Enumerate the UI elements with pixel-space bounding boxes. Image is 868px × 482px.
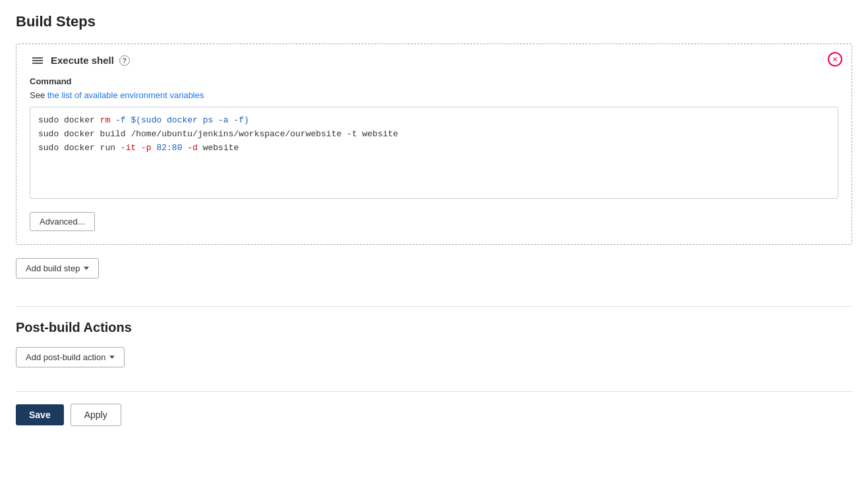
chevron-down-icon bbox=[84, 267, 89, 270]
add-post-build-label: Add post-build action bbox=[26, 352, 105, 362]
action-buttons: Save Apply bbox=[16, 404, 852, 426]
card-header: Execute shell ? bbox=[30, 55, 838, 66]
apply-button[interactable]: Apply bbox=[71, 404, 121, 426]
command-textarea[interactable]: sudo docker rm -f $(sudo docker ps -a -f… bbox=[30, 107, 838, 199]
close-button[interactable]: × bbox=[828, 52, 842, 67]
chevron-down-icon bbox=[109, 356, 115, 359]
save-button[interactable]: Save bbox=[16, 404, 64, 425]
command-label: Command bbox=[30, 76, 838, 86]
close-icon: × bbox=[828, 52, 842, 67]
drag-handle-icon[interactable] bbox=[30, 56, 45, 65]
code-line-1: sudo docker rm -f $(sudo docker ps -a -f… bbox=[38, 114, 830, 128]
bottom-divider bbox=[16, 391, 852, 392]
code-line-3: sudo docker run -it -p 82:80 -d website bbox=[38, 142, 830, 155]
advanced-button[interactable]: Advanced... bbox=[30, 212, 95, 231]
section-divider bbox=[16, 306, 852, 307]
add-build-step-button[interactable]: Add build step bbox=[16, 258, 99, 279]
execute-shell-title: Execute shell bbox=[51, 55, 114, 66]
page-title: Build Steps bbox=[16, 13, 852, 30]
add-post-build-button[interactable]: Add post-build action bbox=[16, 347, 125, 367]
code-line-2: sudo docker build /home/ubuntu/jenkins/w… bbox=[38, 128, 830, 142]
help-icon[interactable]: ? bbox=[119, 55, 130, 66]
env-vars-link[interactable]: the list of available environment variab… bbox=[47, 90, 204, 100]
build-step-card: Execute shell ? × Command See the list o… bbox=[16, 43, 852, 245]
env-vars-text: See the list of available environment va… bbox=[30, 90, 838, 100]
add-build-step-label: Add build step bbox=[26, 263, 80, 273]
post-build-title: Post-build Actions bbox=[16, 320, 852, 335]
